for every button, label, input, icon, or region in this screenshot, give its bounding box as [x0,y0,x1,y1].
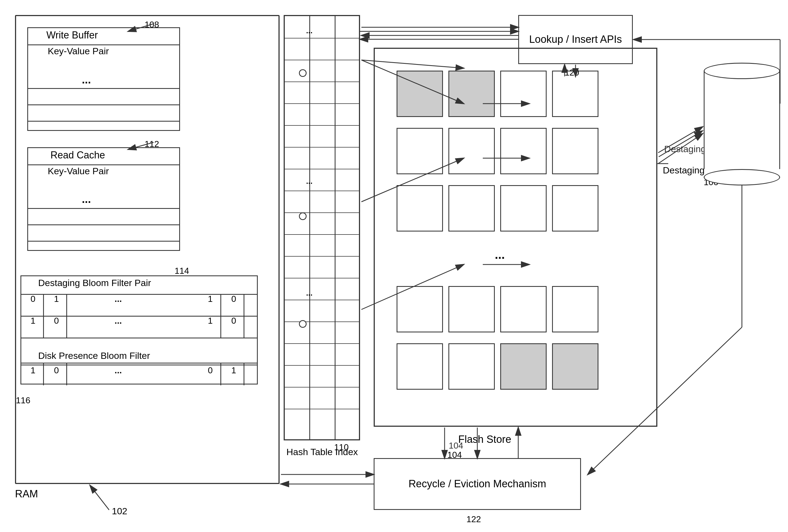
flash-cell-1-1 [397,71,443,117]
disk-bloom-c2: 0 [54,366,59,375]
write-buffer-box [27,27,180,131]
bloom-r2-c2: 0 [54,316,59,326]
flash-cell-5-1 [397,343,443,390]
disk-bloom-c4: 0 [208,366,213,375]
write-buffer-dots: ... [82,74,91,86]
hash-table-box: ... ... ... [284,15,360,440]
hash-table-number: 110 [334,442,349,452]
bloom-r1-c2: 1 [54,294,59,304]
flash-cell-2-4 [552,128,598,174]
flash-cell-4-1 [397,286,443,332]
svg-line-27 [90,485,109,510]
disk-cylinder-bottom [704,169,780,185]
svg-line-15 [658,134,703,164]
flash-cell-2-3 [500,128,547,174]
read-cache-number: 112 [144,139,159,149]
flash-cell-1-2 [448,71,495,117]
flash-cell-5-3 [500,343,547,390]
lookup-label: Lookup / Insert APIs [529,33,622,46]
recycle-eviction-box: Recycle / Eviction Mechanism [374,458,581,510]
flash-cell-2-1 [397,128,443,174]
disk-bloom-dots: ... [115,366,122,375]
recycle-label: Recycle / Eviction Mechanism [409,477,546,491]
flash-grid-row4 [397,286,598,332]
bloom-r1-c5: 0 [231,294,236,304]
write-buffer-kv: Key-Value Pair [48,46,109,56]
flash-store-label: Flash Store [458,434,511,445]
bloom-r1-c4: 1 [208,294,213,304]
svg-line-25 [658,127,703,153]
flash-grid-row3 [397,185,598,232]
flash-cell-3-4 [552,185,598,232]
destaging-label: Destaging [663,165,705,176]
flash-grid-row2 [397,128,598,174]
svg-text:Destaging: Destaging [664,144,706,154]
hash-dots-1: ... [306,26,312,35]
disk-bloom-title: Disk Presence Bloom Filter [38,350,150,361]
ram-label: RAM [15,488,38,500]
flash-cell-4-2 [448,286,495,332]
disk-bloom-c5: 1 [231,366,236,375]
write-buffer-number: 108 [144,20,159,30]
hash-dots-2: ... [306,177,312,186]
disk-label-116: 116 [16,395,30,406]
hash-dots-3: ... [306,289,312,297]
flash-cell-4-4 [552,286,598,332]
flash-cell-2-2 [448,128,495,174]
bloom-r2-c5: 0 [231,316,236,326]
read-cache-box [27,147,180,251]
bloom-r1-c1: 0 [31,294,36,304]
flash-cell-1-3 [500,71,547,117]
flash-cell-3-3 [500,185,547,232]
flash-cell-5-2 [448,343,495,390]
read-cache-title: Read Cache [51,150,105,161]
flash-cell-4-3 [500,286,547,332]
bloom-r2-c4: 1 [208,316,213,326]
destaging-bloom-number: 114 [175,266,189,276]
diagram: RAM 102 Write Buffer Key-Value Pair ... … [0,0,788,532]
flash-cell-3-1 [397,185,443,232]
read-cache-kv: Key-Value Pair [48,166,109,176]
svg-line-30 [659,131,702,157]
flash-dots: ... [495,248,505,261]
recycle-number: 122 [467,514,481,524]
disk-cylinder-body [704,71,780,169]
bloom-r2-c1: 1 [31,316,36,326]
ram-number: 102 [112,506,127,516]
destaging-bloom-title: Destaging Bloom Filter Pair [38,278,151,288]
svg-line-26 [658,127,703,153]
flash-cell-5-4 [552,343,598,390]
bloom-r2-dots: ... [115,316,122,326]
lookup-number: 120 [565,67,579,78]
disk-cylinder-top [704,63,780,79]
flash-store-box: ... [374,48,657,427]
flash-cell-3-2 [448,185,495,232]
lookup-insert-box: Lookup / Insert APIs [518,15,633,64]
flash-grid-row5 [397,343,598,390]
read-cache-dots: ... [82,193,91,205]
disk-store-group: Disk Store [704,63,780,194]
bloom-r1-dots: ... [115,294,122,304]
write-buffer-title: Write Buffer [46,29,98,41]
disk-bloom-c1: 1 [31,366,36,375]
